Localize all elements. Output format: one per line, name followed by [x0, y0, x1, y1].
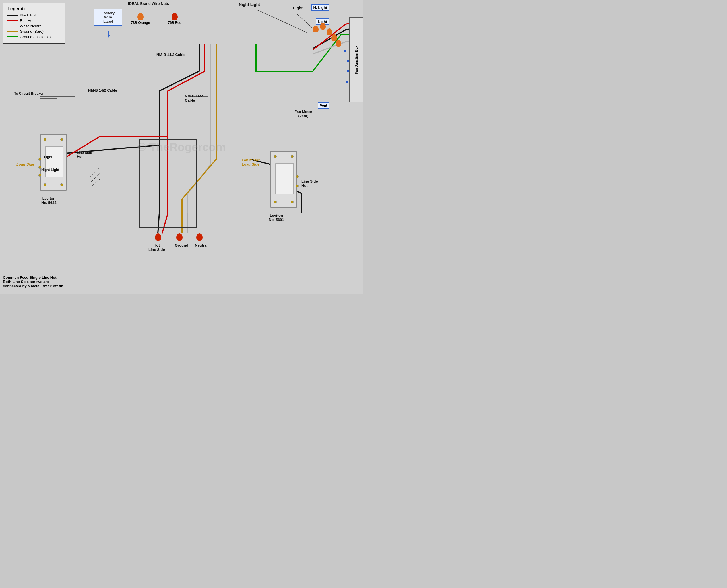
svg-line-15 — [91, 179, 100, 186]
right-switch — [270, 151, 297, 208]
factory-wire-label-text: Factory Wire Label — [102, 11, 115, 24]
wire-nut-3 — [326, 28, 332, 35]
nut-73b-label: 73B Orange — [131, 21, 150, 25]
svg-line-14 — [91, 173, 100, 182]
left-switch-screw-top-left — [44, 138, 46, 141]
nmb-142-right-label: NM-B 14/2 Cable — [185, 94, 203, 102]
right-switch-screw-mid-right-top — [296, 175, 299, 178]
blue-dot-3 — [347, 70, 349, 72]
fan-junction-box: Fan Junction Box — [349, 17, 364, 102]
wire-nut-5 — [336, 40, 341, 47]
hot-line-side-label: Hot Line Side — [148, 243, 165, 252]
svg-rect-18 — [140, 140, 196, 228]
leviton-right-label: Leviton No. 5691 — [269, 213, 284, 222]
ideal-brand-label: IDEAL Brand Wire Nuts — [128, 1, 169, 6]
night-light-switch-label: Night Light — [41, 168, 59, 172]
bottom-hot-nut-visual — [155, 233, 161, 241]
n-light-label: N. Light — [314, 5, 327, 10]
svg-marker-7 — [108, 35, 110, 38]
black-hot-line — [7, 15, 18, 16]
neutral-bottom-label: Neutral — [195, 243, 208, 248]
nmb-142-left-label: NM-B 14/2 Cable — [88, 88, 117, 92]
night-light-top-label: Night Light — [239, 2, 260, 7]
wire-nut-1 — [313, 26, 319, 33]
ground-bare-label: Ground (Bare) — [20, 29, 44, 34]
ground-insulated-line — [7, 37, 18, 37]
legend-item-black: Black Hot — [7, 13, 61, 17]
svg-line-17 — [297, 14, 313, 28]
left-switch-screw-mid-left-top — [38, 158, 41, 161]
circuit-breaker-label: To Circuit Breaker — [14, 91, 44, 96]
line-side-hot-right-label: Line Side Hot — [301, 179, 318, 188]
white-neutral-line — [7, 26, 18, 26]
diagram-container: Legend: Black Hot Red Hot White Neutral … — [0, 0, 364, 294]
bottom-neutral-nut — [196, 233, 202, 241]
nut-76b-label: 76B Red — [168, 21, 181, 25]
svg-line-13 — [90, 168, 100, 178]
bottom-hot-nut — [155, 233, 161, 241]
blue-dot-4 — [346, 81, 348, 83]
ground-bare-line — [7, 31, 18, 32]
bottom-ground-nut-visual — [176, 233, 183, 241]
legend-title: Legend: — [7, 6, 61, 12]
left-switch — [40, 134, 67, 191]
left-switch-screw-mid-left-mid — [38, 166, 41, 169]
red-hot-line — [7, 20, 18, 21]
black-hot-label: Black Hot — [20, 13, 36, 17]
left-switch-screw-bottom-right — [60, 184, 63, 186]
left-switch-screw-top-right — [60, 138, 63, 141]
load-side-left-label: Load Side — [17, 162, 34, 166]
white-neutral-label: White Neutral — [20, 24, 42, 28]
watermark: © TheRogercom — [138, 141, 226, 153]
bottom-ground-nut — [176, 233, 183, 241]
vent-box: Vent — [318, 102, 329, 109]
nut-73b-group: 73B Orange — [131, 13, 150, 25]
left-switch-screw-bottom-left — [44, 184, 46, 186]
n-light-box: N. Light — [311, 4, 329, 11]
nut-73b-visual — [137, 13, 144, 20]
legend-item-ground-bare: Ground (Bare) — [7, 29, 61, 34]
nut-76b-visual — [172, 13, 178, 20]
leviton-left-label: Leviton No. 5634 — [41, 196, 56, 205]
ground-insulated-label: Ground (Insulated) — [20, 35, 51, 39]
nmb-143-label: NM-B 14/3 Cable — [156, 52, 186, 57]
left-switch-paddle — [45, 146, 63, 177]
left-switch-screw-mid-left-bot — [38, 174, 41, 177]
fan-motor-load-side-label: Fan Motor Load Side — [242, 158, 260, 166]
line-side-hot-left-label: Line Side Hot — [77, 151, 92, 159]
legend-item-red: Red Hot — [7, 19, 61, 23]
fan-junction-box-label: Fan Junction Box — [355, 45, 358, 74]
light-top-label: Light — [293, 6, 303, 10]
light-switch-label: Light — [44, 155, 52, 159]
ground-bottom-label: Ground — [175, 243, 188, 248]
right-switch-screw-bottom-left — [274, 201, 277, 204]
factory-wire-label-box: Factory Wire Label — [94, 8, 122, 26]
fan-motor-vent-label: Fan Motor (Vent) — [294, 109, 312, 118]
vent-label: Vent — [320, 104, 327, 107]
bottom-neutral-nut-visual — [196, 233, 202, 241]
legend-item-white: White Neutral — [7, 24, 61, 28]
wire-nut-2 — [320, 23, 326, 29]
right-switch-paddle — [275, 163, 294, 194]
nut-76b-group: 76B Red — [168, 13, 181, 25]
right-switch-screw-bottom-right — [291, 201, 294, 204]
right-switch-screw-mid-right-bot — [296, 185, 299, 187]
blue-dot-1 — [344, 50, 346, 52]
svg-line-16 — [257, 10, 307, 33]
legend-box: Legend: Black Hot Red Hot White Neutral … — [3, 3, 65, 43]
right-switch-screw-top-right — [291, 155, 294, 158]
legend-item-ground-insulated: Ground (Insulated) — [7, 35, 61, 39]
common-feed-label: Common Feed Single Line Hot. Both Line S… — [3, 275, 64, 288]
red-hot-label: Red Hot — [20, 19, 34, 23]
blue-dot-2 — [347, 60, 349, 62]
wire-nut-4 — [332, 34, 337, 41]
right-switch-screw-top-left — [274, 155, 277, 158]
